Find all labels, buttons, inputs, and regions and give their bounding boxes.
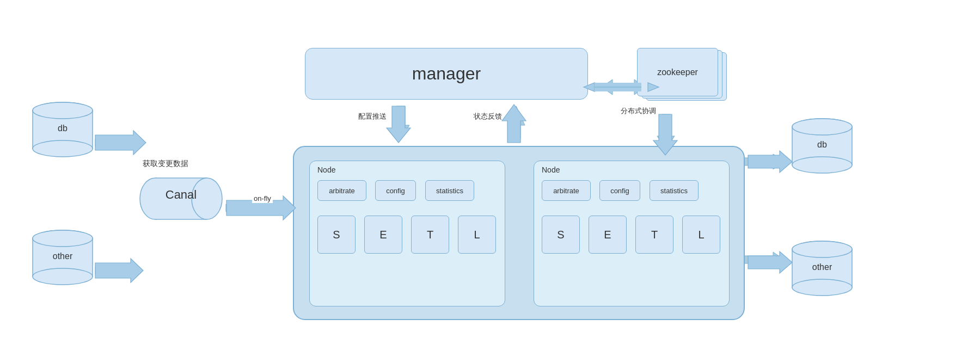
svg-point-20	[792, 157, 852, 173]
node2-config: config	[599, 180, 640, 201]
node1-s: S	[317, 216, 356, 254]
manager-label: manager	[412, 64, 481, 84]
node1-arbitrate: arbitrate	[317, 180, 366, 201]
canal-shape: Canal	[139, 177, 223, 220]
node2-s: S	[542, 216, 580, 254]
svg-marker-29	[387, 106, 411, 143]
svg-point-21	[792, 119, 852, 135]
target-other: other	[789, 240, 855, 299]
node2-e: E	[589, 216, 627, 254]
node2-label: Node	[542, 165, 560, 174]
source-other: other	[30, 229, 95, 288]
svg-point-11	[33, 268, 93, 285]
svg-point-8	[33, 102, 93, 119]
on-fly-label: on-fly	[252, 194, 273, 203]
node1-box: Node arbitrate config statistics S E	[309, 161, 505, 306]
node2-t: T	[635, 216, 673, 254]
canal-label: Canal	[139, 188, 223, 202]
source-db-label: db	[30, 124, 95, 133]
node1-label: Node	[317, 165, 335, 174]
config-push-label: 配置推送	[358, 112, 387, 121]
node1-e: E	[364, 216, 402, 254]
node1-config: config	[375, 180, 416, 201]
node1-l: L	[458, 216, 496, 254]
node1-t: T	[411, 216, 449, 254]
zookeeper-stack: zookeeper	[637, 48, 727, 105]
node2-l: L	[682, 216, 720, 254]
svg-marker-36	[748, 151, 792, 173]
svg-marker-27	[95, 259, 143, 283]
target-other-label: other	[789, 262, 855, 272]
svg-marker-37	[748, 251, 792, 273]
source-db: db	[30, 101, 95, 161]
svg-marker-30	[502, 105, 526, 143]
zookeeper-label: zookeeper	[657, 67, 698, 77]
svg-point-25	[792, 241, 852, 257]
svg-marker-26	[95, 131, 146, 155]
target-db-label: db	[789, 140, 855, 150]
manager-box: manager	[305, 48, 588, 100]
cluster-box: Node arbitrate config statistics S E	[293, 146, 745, 320]
svg-point-24	[792, 279, 852, 296]
status-feedback-label: 状态反馈	[474, 112, 502, 121]
fetch-change-label: 获取变更数据	[143, 159, 188, 169]
node1-statistics: statistics	[425, 180, 474, 201]
distributed-coord-label: 分布式协调	[621, 106, 656, 116]
zookeeper-box: zookeeper	[637, 48, 718, 96]
diagram-container: db other 获取变更数据 Canal on-fly manager 配置推…	[0, 0, 980, 350]
svg-point-12	[33, 230, 93, 247]
source-other-label: other	[30, 251, 95, 261]
svg-point-7	[33, 140, 93, 157]
node2-arbitrate: arbitrate	[542, 180, 591, 201]
node2-statistics: statistics	[650, 180, 699, 201]
target-db: db	[789, 117, 855, 177]
node2-box: Node arbitrate config statistics S E	[534, 161, 730, 306]
